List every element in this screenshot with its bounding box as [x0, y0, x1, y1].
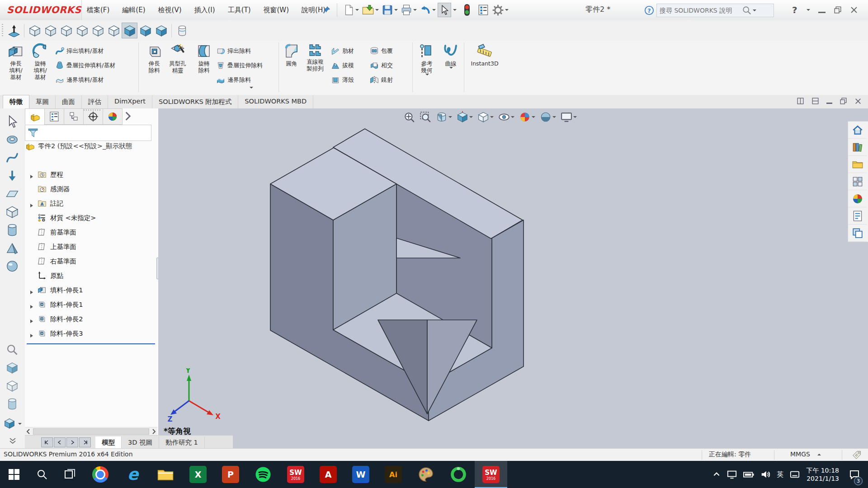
task-pane-appearances-tab[interactable]: [848, 190, 867, 207]
taskbar-app-edge[interactable]: e: [117, 461, 149, 488]
revolved-cut-button[interactable]: 旋轉 除料: [192, 43, 216, 74]
menu-item-3[interactable]: 插入(I): [189, 3, 221, 17]
dimetric-view-button[interactable]: [153, 23, 169, 38]
tree-horizontal-scrollbar[interactable]: [25, 427, 157, 436]
wedge-icon[interactable]: [5, 241, 19, 255]
graphics-viewport[interactable]: Y X Z *等角視: [158, 108, 868, 448]
scroll-right-icon[interactable]: [150, 428, 157, 435]
normal-to-button[interactable]: [6, 23, 22, 38]
next-tab-button[interactable]: [66, 437, 78, 447]
extruded-boss-button[interactable]: 伸長 填料/ 基材: [4, 43, 28, 80]
taskbar-app-ring[interactable]: [442, 461, 475, 488]
swept-boss-button[interactable]: 掃出填料/基材: [55, 44, 104, 58]
scroll-left-icon[interactable]: [25, 428, 32, 435]
split-vertical-icon[interactable]: [811, 97, 819, 105]
taskbar-app-powerpoint[interactable]: P: [214, 461, 247, 488]
expand-arrow-icon[interactable]: [29, 201, 34, 206]
right-view-button[interactable]: [74, 23, 90, 38]
spline-icon[interactable]: [5, 151, 19, 164]
tree-item-5[interactable]: 上基準面: [25, 239, 158, 254]
collapse-chevrons-icon[interactable]: [8, 437, 17, 445]
cut-flyout-dropdown-icon[interactable]: [250, 87, 253, 89]
restore-doc-button[interactable]: [840, 97, 847, 105]
tree-filter-input[interactable]: [41, 129, 151, 137]
swept-cut-button[interactable]: 掃出除料: [216, 44, 251, 58]
flyout-icon[interactable]: [4, 418, 15, 429]
tree-item-1[interactable]: 感測器: [25, 182, 158, 196]
box-outline-icon[interactable]: [6, 380, 19, 392]
left-view-button[interactable]: [58, 23, 74, 38]
taskbar-app-chrome[interactable]: [84, 461, 117, 488]
panel-grip[interactable]: [84, 109, 102, 111]
search-icon[interactable]: [742, 5, 752, 15]
sphere-icon[interactable]: [5, 259, 19, 273]
toolbar-grip[interactable]: [2, 24, 3, 38]
front-view-button[interactable]: [27, 23, 42, 38]
box-alt-icon[interactable]: [6, 361, 19, 374]
arrow-down-icon[interactable]: [5, 169, 19, 183]
intersect-button[interactable]: 相交: [370, 59, 393, 72]
restore-button[interactable]: [834, 6, 842, 14]
tree-root-item[interactable]: 零件2 (預設<<預設>_顯示狀態: [25, 141, 155, 151]
taskbar-clock[interactable]: 下午 10:18 2021/1/13: [806, 466, 839, 483]
boundary-boss-button[interactable]: 邊界填料/基材: [55, 73, 104, 87]
tree-item-3[interactable]: 材質 <未指定>: [25, 211, 158, 225]
task-pane-custom-properties-tab[interactable]: [848, 207, 867, 225]
cylinder-alt-icon[interactable]: [6, 398, 19, 410]
taskbar-app-spotify[interactable]: [247, 461, 279, 488]
bottom-tab-2[interactable]: 動作研究 1: [159, 436, 205, 448]
left-toolbar-flyout-dropdown-icon[interactable]: [18, 423, 22, 425]
trimetric-view-button[interactable]: [137, 23, 153, 38]
tree-item-4[interactable]: 前基準面: [25, 225, 158, 239]
taskbar-app-solidworks-active[interactable]: SW2016: [475, 461, 507, 488]
tab-1[interactable]: 草圖: [29, 95, 56, 108]
box-icon[interactable]: [5, 205, 19, 219]
display-style-toolbar-button[interactable]: [174, 23, 190, 38]
boundary-cut-button[interactable]: 邊界除料: [216, 73, 251, 87]
reference-geometry-button[interactable]: 參考 幾何: [415, 43, 439, 75]
panel-expand-chevron-icon[interactable]: [124, 108, 132, 124]
taskbar-app-illustrator[interactable]: Ai: [377, 461, 410, 488]
tree-item-10[interactable]: 除料-伸長2: [25, 312, 158, 326]
tab-property-manager[interactable]: [44, 108, 64, 125]
tab-dimxpert-manager[interactable]: [83, 108, 103, 125]
task-pane-view-palette-tab[interactable]: [848, 173, 867, 190]
revolved-boss-button[interactable]: 旋轉 填料/ 基材: [28, 43, 52, 80]
ime-indicator[interactable]: 英: [777, 470, 783, 479]
expand-arrow-icon[interactable]: [29, 317, 34, 321]
shell-button[interactable]: 薄殼: [331, 73, 354, 87]
tab-configuration-manager[interactable]: [64, 108, 84, 125]
close-doc-button[interactable]: [854, 98, 862, 105]
volume-icon[interactable]: [760, 469, 770, 479]
mirror-button[interactable]: 鏡射: [370, 73, 393, 87]
curves-dropdown-icon[interactable]: [449, 67, 453, 69]
task-pane-design-library-tab[interactable]: [848, 139, 867, 156]
properties-button[interactable]: [476, 3, 490, 17]
tree-item-7[interactable]: 原點: [25, 268, 158, 283]
tab-feature-tree[interactable]: [25, 108, 45, 125]
minimize-button[interactable]: [818, 12, 826, 13]
instant3d-button[interactable]: Instant3D: [467, 43, 503, 67]
tree-item-0[interactable]: 歷程: [25, 167, 158, 182]
task-view-button[interactable]: [56, 461, 84, 488]
units-selector[interactable]: MMGS: [790, 450, 810, 458]
curves-button[interactable]: 曲線: [440, 43, 461, 69]
tab-0[interactable]: 特徵: [3, 95, 29, 108]
tree-item-6[interactable]: 右基準面: [25, 254, 158, 268]
taskbar-app-solidworks[interactable]: SW2016: [279, 461, 312, 488]
help-dropdown-icon[interactable]: [807, 9, 810, 11]
save-button[interactable]: [381, 3, 399, 17]
first-tab-button[interactable]: [41, 437, 53, 447]
tab-2[interactable]: 曲面: [56, 95, 82, 108]
pin-icon[interactable]: [322, 5, 331, 14]
fillet-button[interactable]: 圓角: [281, 43, 302, 67]
draft-button[interactable]: 拔模: [331, 59, 354, 72]
taskbar-search-button[interactable]: [28, 461, 56, 488]
taskbar-app-file-explorer[interactable]: [149, 461, 182, 488]
top-view-button[interactable]: [90, 23, 106, 38]
plane3d-icon[interactable]: [5, 187, 19, 201]
options-button[interactable]: [491, 3, 509, 18]
lofted-boss-button[interactable]: 疊層拉伸填料/基材: [55, 59, 115, 72]
tree-item-9[interactable]: 除料-伸長1: [25, 297, 158, 312]
extruded-cut-button[interactable]: 伸長 除料: [142, 43, 166, 74]
